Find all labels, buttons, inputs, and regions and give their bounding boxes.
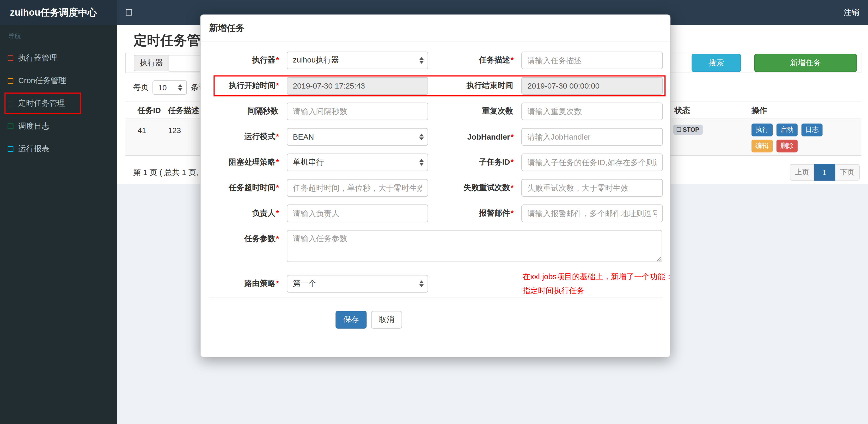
- status-badge-label: STOP: [683, 126, 699, 133]
- field-label-text: 报警邮件: [479, 208, 510, 217]
- column-header-status: 状态: [674, 106, 690, 116]
- form-row: 间隔秒数 重复次数: [209, 103, 662, 120]
- field-label-text: 路由策略: [244, 279, 275, 288]
- square-icon: [8, 78, 13, 83]
- start-time-label: 执行开始时间*: [209, 81, 287, 91]
- alarm-email-input[interactable]: [521, 204, 663, 222]
- required-star: *: [510, 183, 514, 192]
- form-row-route: 路由策略* 第一个 在xxl-jobs项目的基础上，新增了一个功能： 指定时间执…: [209, 270, 662, 297]
- executor-select[interactable]: zuihou执行器: [287, 52, 428, 69]
- edit-button[interactable]: 编辑: [751, 140, 773, 152]
- retry-label: 失败重试次数*: [428, 183, 521, 193]
- repeat-input[interactable]: [521, 103, 663, 120]
- search-button[interactable]: 搜索: [691, 54, 741, 72]
- form-row-params: 任务参数*: [209, 230, 662, 262]
- sidebar-item-run-report[interactable]: 运行报表: [0, 137, 117, 160]
- start-button[interactable]: 启动: [776, 124, 798, 136]
- sidebar-item-label: 执行器管理: [18, 53, 57, 63]
- required-star: *: [510, 208, 514, 217]
- sidebar-item-label: 运行报表: [18, 144, 49, 154]
- feature-note-line-2: 指定时间执行任务: [522, 284, 673, 297]
- pagination-next-button[interactable]: 下页: [835, 164, 860, 181]
- add-task-modal: 新增任务 执行器* zuihou执行器 任务描述* 执行开始时间* 执行结束时间…: [200, 14, 671, 357]
- alarm-email-label: 报警邮件*: [428, 208, 521, 218]
- route-strategy-select[interactable]: 第一个: [287, 275, 428, 292]
- field-label-text: 失败重试次数: [463, 183, 510, 192]
- required-star: *: [276, 81, 279, 90]
- sidebar: 导航 执行器管理 Cron任务管理 定时任务管理 调度日志 运行报表: [0, 25, 117, 424]
- save-button[interactable]: 保存: [336, 311, 367, 329]
- required-star: *: [276, 56, 279, 64]
- run-mode-label: 运行模式*: [209, 132, 287, 142]
- form-row: 运行模式* BEAN JobHandler*: [209, 128, 662, 146]
- select-value: BEAN: [293, 133, 314, 141]
- executor-label: 执行器*: [209, 56, 287, 65]
- select-value: zuihou执行器: [293, 56, 339, 65]
- retry-input[interactable]: [521, 179, 663, 197]
- field-label-text: 执行结束时间: [466, 81, 513, 90]
- column-header-task-desc: 任务描述: [168, 106, 199, 116]
- field-label-text: 运行模式: [244, 132, 275, 141]
- feature-note-line-1: 在xxl-jobs项目的基础上，新增了一个功能：: [522, 270, 673, 284]
- required-star: *: [276, 234, 279, 243]
- child-task-input[interactable]: [521, 153, 663, 171]
- start-time-input[interactable]: [287, 77, 428, 95]
- required-star: *: [276, 279, 279, 288]
- timeout-input[interactable]: [287, 179, 428, 197]
- stop-square-icon: [677, 127, 681, 132]
- per-page-select[interactable]: 10: [153, 80, 187, 95]
- app-brand[interactable]: zuihou任务调度中心: [0, 0, 117, 25]
- field-label-text: 子任务ID: [479, 157, 510, 166]
- per-page-control: 每页 10 条记: [133, 80, 207, 95]
- add-task-button[interactable]: 新增任务: [754, 54, 857, 72]
- log-button[interactable]: 日志: [802, 124, 823, 136]
- square-icon: [8, 123, 13, 129]
- task-params-textarea[interactable]: [287, 230, 662, 262]
- field-label-text: 重复次数: [482, 106, 513, 116]
- sidebar-item-dispatch-log[interactable]: 调度日志: [0, 115, 117, 137]
- block-strategy-label: 阻塞处理策略*: [209, 157, 287, 167]
- sidebar-toggle-icon[interactable]: [126, 9, 132, 15]
- square-icon: [8, 55, 13, 61]
- sidebar-item-label: 定时任务管理: [18, 98, 65, 108]
- sidebar-item-cron-mgmt[interactable]: Cron任务管理: [0, 69, 117, 92]
- app-window: zuihou任务调度中心 注销 导航 执行器管理 Cron任务管理 定时任务管理…: [0, 0, 868, 424]
- interval-label: 间隔秒数: [209, 106, 287, 117]
- square-icon: [8, 101, 13, 106]
- jobhandler-input[interactable]: [521, 128, 663, 146]
- column-header-actions: 操作: [751, 106, 767, 116]
- block-strategy-select[interactable]: 单机串行: [287, 153, 428, 171]
- modal-header: 新增任务: [201, 15, 670, 42]
- cancel-button[interactable]: 取消: [371, 311, 402, 329]
- run-button[interactable]: 执行: [751, 124, 773, 136]
- cell-status: STOP: [673, 125, 703, 135]
- required-star: *: [276, 183, 279, 192]
- sidebar-item-scheduled-task-mgmt[interactable]: 定时任务管理: [0, 92, 117, 115]
- per-page-value: 10: [158, 83, 166, 92]
- delete-button[interactable]: 删除: [776, 140, 798, 152]
- required-star: *: [510, 133, 514, 141]
- interval-input[interactable]: [287, 103, 428, 120]
- task-params-label: 任务参数*: [209, 230, 287, 244]
- sidebar-nav-header: 导航: [0, 25, 117, 46]
- square-icon: [8, 146, 13, 152]
- pagination-prev-button[interactable]: 上页: [790, 164, 814, 181]
- modal-body: 执行器* zuihou执行器 任务描述* 执行开始时间* 执行结束时间 间隔秒数…: [201, 42, 670, 329]
- form-row: 负责人* 报警邮件*: [209, 204, 662, 222]
- pagination-page-1[interactable]: 1: [814, 164, 835, 181]
- modal-title: 新增任务: [209, 23, 245, 34]
- sidebar-item-label: 调度日志: [18, 121, 49, 131]
- repeat-label: 重复次数: [428, 106, 521, 117]
- owner-input[interactable]: [287, 204, 428, 222]
- form-row-times: 执行开始时间* 执行结束时间: [209, 77, 662, 95]
- logout-link[interactable]: 注销: [843, 7, 859, 18]
- task-desc-input[interactable]: [521, 52, 663, 69]
- field-label-text: 执行开始时间: [229, 81, 276, 90]
- sidebar-item-executor-mgmt[interactable]: 执行器管理: [0, 46, 117, 69]
- run-mode-select[interactable]: BEAN: [287, 128, 428, 146]
- child-task-label: 子任务ID*: [428, 157, 521, 167]
- status-badge: STOP: [673, 125, 703, 135]
- end-time-input[interactable]: [521, 77, 663, 95]
- field-label-text: 执行器: [252, 56, 275, 64]
- jobhandler-label: JobHandler*: [428, 133, 521, 141]
